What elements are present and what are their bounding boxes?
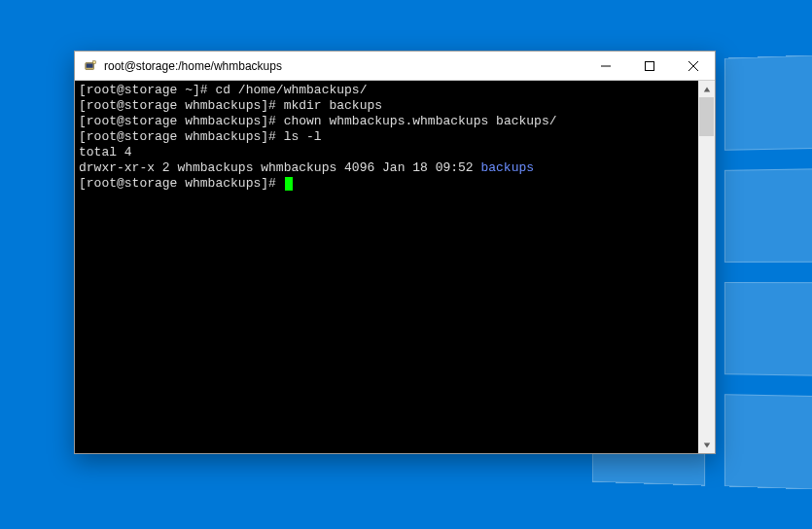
close-button[interactable] bbox=[671, 52, 715, 80]
svg-rect-4 bbox=[645, 61, 653, 70]
titlebar[interactable]: root@storage:/home/whmbackups bbox=[75, 52, 715, 81]
vertical-scrollbar[interactable] bbox=[698, 81, 715, 453]
svg-marker-7 bbox=[703, 87, 709, 91]
terminal-line: [root@storage whmbackups]# mkdir backups bbox=[79, 98, 694, 114]
terminal-line: drwxr-xr-x 2 whmbackups whmbackups 4096 … bbox=[79, 160, 694, 176]
terminal[interactable]: [root@storage ~]# cd /home/whmbackups/[r… bbox=[75, 81, 698, 453]
window-controls bbox=[583, 52, 715, 80]
svg-marker-8 bbox=[703, 442, 709, 447]
scrollbar-track[interactable] bbox=[698, 97, 715, 437]
minimize-button[interactable] bbox=[583, 52, 627, 80]
putty-window: root@storage:/home/whmbackups [root@stor… bbox=[74, 51, 716, 454]
scrollbar-thumb[interactable] bbox=[699, 97, 714, 136]
directory-name: backups bbox=[480, 160, 534, 175]
terminal-line: total 4 bbox=[79, 145, 694, 160]
svg-rect-1 bbox=[87, 63, 93, 67]
cursor-block bbox=[285, 177, 293, 191]
scroll-down-button[interactable] bbox=[698, 437, 715, 453]
terminal-area: [root@storage ~]# cd /home/whmbackups/[r… bbox=[75, 81, 715, 453]
terminal-prompt-line: [root@storage whmbackups]# bbox=[79, 176, 694, 192]
scroll-up-button[interactable] bbox=[698, 81, 715, 97]
terminal-line: [root@storage whmbackups]# chown whmback… bbox=[79, 114, 694, 129]
maximize-button[interactable] bbox=[627, 52, 671, 80]
window-title: root@storage:/home/whmbackups bbox=[102, 59, 583, 73]
svg-rect-2 bbox=[93, 60, 96, 63]
terminal-line: [root@storage ~]# cd /home/whmbackups/ bbox=[79, 83, 694, 98]
terminal-line: [root@storage whmbackups]# ls -l bbox=[79, 129, 694, 145]
putty-icon bbox=[79, 59, 102, 73]
